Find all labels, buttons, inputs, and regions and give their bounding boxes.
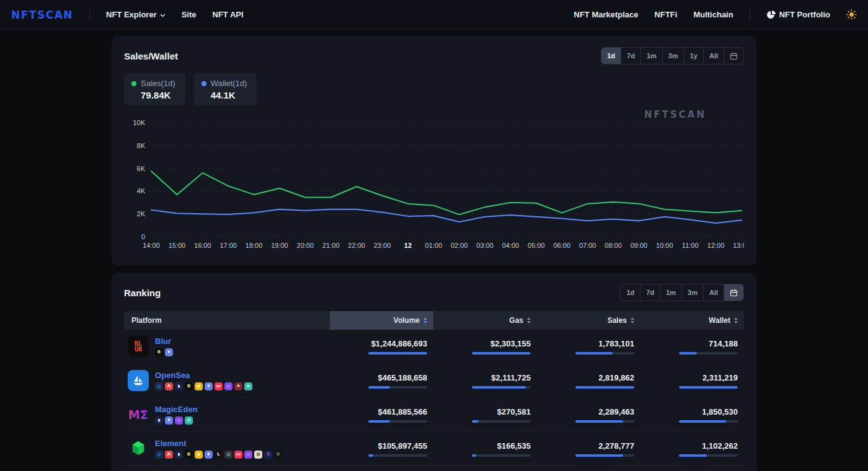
range-button-7d[interactable]: 7d — [621, 48, 640, 64]
svg-text:02:00: 02:00 — [451, 242, 468, 249]
nav-item-multichain[interactable]: Multichain — [693, 10, 733, 19]
svg-text:4K: 4K — [137, 187, 146, 195]
range-button-1d[interactable]: 1d — [601, 48, 621, 64]
range-button-3m[interactable]: 3m — [681, 284, 703, 301]
range-button-all[interactable]: All — [703, 284, 724, 301]
svg-text:15:00: 15:00 — [169, 242, 186, 249]
range-button-1y[interactable]: 1y — [684, 48, 703, 64]
chain-badge-moon: ◗ — [175, 382, 183, 390]
nav-item-site[interactable]: Site — [182, 10, 197, 19]
volume-value: $105,897,455 — [378, 441, 427, 451]
platform-link[interactable]: MagicEden — [155, 405, 198, 414]
svg-text:10K: 10K — [133, 119, 145, 126]
theme-toggle[interactable] — [846, 9, 857, 20]
column-header-platform: Platform — [124, 311, 330, 330]
chain-badges: ◎A◗B◆♦L◍OP◇▦↯∷ — [155, 451, 282, 459]
chain-badge-flash: ↯ — [264, 451, 272, 459]
column-header-gas[interactable]: Gas — [433, 311, 537, 330]
range-button-all[interactable]: All — [703, 48, 724, 64]
svg-text:14:00: 14:00 — [143, 242, 160, 249]
svg-text:05:00: 05:00 — [528, 242, 545, 249]
platform-link[interactable]: Element — [155, 439, 282, 448]
nav-item-label: NFT Explorer — [106, 10, 157, 19]
element-logo[interactable] — [128, 438, 149, 459]
gas-value: $2,111,725 — [491, 373, 531, 382]
chain-badge-moon: ◗ — [175, 451, 183, 459]
sales-value: 2,278,777 — [598, 441, 634, 451]
column-header-sales[interactable]: Sales — [537, 311, 640, 330]
svg-text:08:00: 08:00 — [604, 242, 622, 249]
gas-cell: $270,581 — [433, 407, 537, 423]
svg-text:2K: 2K — [137, 210, 146, 218]
volume-cell: $465,188,658 — [330, 373, 433, 389]
column-header-wallet[interactable]: Wallet — [640, 311, 744, 330]
calendar-range-button[interactable] — [724, 284, 743, 301]
legend-chip-sales[interactable]: Sales(1d) 79.84K — [124, 73, 185, 105]
chain-badge-gold: ◆ — [195, 451, 203, 459]
svg-text:19:00: 19:00 — [271, 242, 288, 249]
nav-item-label: NFT Portfolio — [779, 10, 830, 19]
range-button-3m[interactable]: 3m — [662, 48, 684, 64]
chain-badge-dots: ∷ — [274, 451, 282, 459]
sales-bar — [575, 352, 634, 354]
platform-cell: Element◎A◗B◆♦L◍OP◇▦↯∷ — [124, 438, 330, 459]
chain-badge-teal: ≡ — [185, 416, 193, 425]
table-row: MƩMagicEden◗♦◇≡$461,885,566$270,5812,289… — [124, 398, 744, 432]
chain-badge-gray: ◍ — [224, 451, 232, 459]
opensea-logo[interactable] — [128, 370, 149, 391]
magiceden-logo[interactable]: MƩ — [128, 404, 149, 425]
sort-arrows-icon — [423, 317, 427, 324]
nav-item-nft-portfolio[interactable]: NFT Portfolio — [766, 10, 830, 20]
sort-arrows-icon — [527, 317, 531, 324]
wallet-cell: 714,188 — [640, 339, 744, 354]
table-row: BLURBlurB♦$1,244,886,693$2,303,1551,783,… — [124, 330, 744, 364]
legend-chip-wallet[interactable]: Wallet(1d) 44.1K — [194, 73, 257, 105]
eth-chain-badge: ♦ — [205, 451, 213, 459]
sales-bar — [575, 454, 634, 457]
wallet-value: 1,102,262 — [702, 441, 738, 451]
chain-badge-purple: ◇ — [244, 451, 252, 459]
column-header-volume[interactable]: Volume — [330, 311, 433, 330]
nav-item-nft-api[interactable]: NFT API — [213, 10, 244, 19]
volume-cell: $105,897,455 — [330, 441, 433, 457]
nav-item-nftfi[interactable]: NFTFi — [655, 10, 678, 19]
svg-text:18:00: 18:00 — [246, 242, 263, 249]
svg-text:10:00: 10:00 — [656, 242, 673, 249]
chain-badges: ◗♦◇≡ — [155, 416, 198, 425]
wallet-cell: 1,850,530 — [640, 407, 744, 423]
chain-badge-op: OP — [234, 451, 242, 459]
nav-divider — [750, 9, 750, 20]
nav-item-nft-explorer[interactable]: NFT Explorer — [106, 10, 166, 19]
sales-value: 1,783,101 — [598, 339, 634, 348]
svg-text:03:00: 03:00 — [476, 242, 494, 249]
wallet-cell: 2,311,219 — [640, 373, 744, 389]
svg-text:NFTSCAN: NFTSCAN — [644, 109, 706, 120]
platform-link[interactable]: Blur — [155, 337, 173, 346]
range-button-1m[interactable]: 1m — [640, 48, 662, 64]
svg-text:12:00: 12:00 — [707, 242, 725, 249]
ranking-table-header: PlatformVolumeGasSalesWallet — [124, 311, 744, 330]
svg-text:13:00: 13:00 — [733, 242, 744, 249]
blur-chain-badge: B — [155, 348, 163, 356]
top-nav: NFTSCAN NFT Explorer Site NFT API NFT Ma… — [0, 0, 868, 30]
calendar-range-button[interactable] — [724, 48, 743, 64]
ranking-table-body: BLURBlurB♦$1,244,886,693$2,303,1551,783,… — [124, 330, 744, 471]
platform-cell: OpenSea◎A◗B◆♦OP◇✱≡ — [124, 370, 330, 391]
chain-badge-maroon: ✱ — [234, 382, 242, 390]
sort-arrows-icon — [734, 317, 738, 324]
blur-logo[interactable]: BLUR — [128, 336, 149, 357]
chain-badges: B♦ — [155, 348, 173, 356]
platform-link[interactable]: OpenSea — [155, 371, 252, 380]
range-button-1d[interactable]: 1d — [621, 284, 640, 301]
svg-text:22:00: 22:00 — [348, 242, 365, 249]
blur-chain-badge: B — [185, 382, 193, 390]
range-button-1m[interactable]: 1m — [660, 284, 681, 301]
svg-text:12: 12 — [404, 242, 412, 249]
sales-cell: 2,819,862 — [537, 373, 640, 389]
nav-item-nft-marketplace[interactable]: NFT Marketplace — [574, 10, 639, 19]
svg-text:23:00: 23:00 — [374, 242, 391, 249]
legend-value: 79.84K — [141, 90, 175, 100]
gas-bar — [472, 352, 531, 354]
range-button-7d[interactable]: 7d — [640, 284, 660, 301]
nftscan-logo[interactable]: NFTSCAN — [11, 9, 73, 21]
